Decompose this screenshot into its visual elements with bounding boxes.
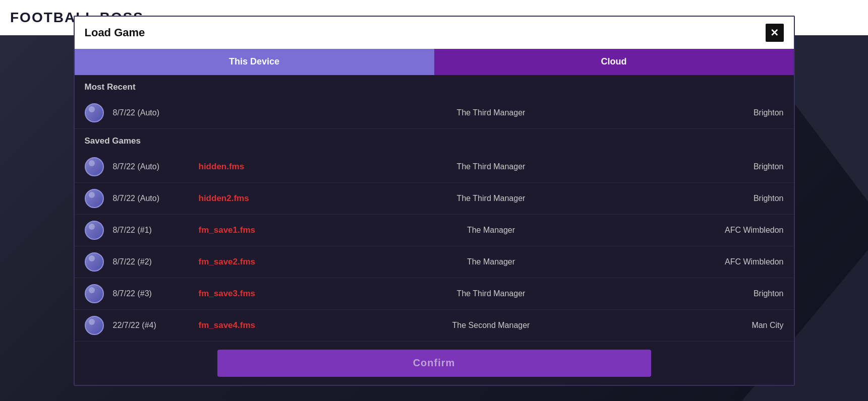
save-club: Brighton (683, 289, 784, 298)
save-date: 8/7/22 (#1) (113, 226, 194, 235)
most-recent-manager: The Third Manager (300, 108, 683, 117)
saved-game-row[interactable]: 8/7/22 (Auto) hidden2.fms The Third Mana… (75, 183, 794, 215)
saved-game-row[interactable]: 8/7/22 (Auto) hidden.fms The Third Manag… (75, 151, 794, 183)
save-filename: hidden2.fms (199, 193, 300, 204)
load-game-modal: Load Game ✕ This Device Cloud Most Recen… (74, 16, 795, 386)
most-recent-date: 8/7/22 (Auto) (113, 108, 194, 117)
save-date: 8/7/22 (Auto) (113, 162, 194, 171)
save-date: 8/7/22 (Auto) (113, 194, 194, 203)
save-date: 8/7/22 (#3) (113, 289, 194, 298)
saved-game-row[interactable]: 22/7/22 (#4) fm_save4.fms The Second Man… (75, 310, 794, 342)
saved-games-list: 8/7/22 (Auto) hidden.fms The Third Manag… (75, 151, 794, 342)
confirm-bar: Confirm (75, 342, 794, 385)
save-manager: The Manager (300, 226, 683, 235)
tab-cloud[interactable]: Cloud (434, 49, 794, 75)
tab-this-device[interactable]: This Device (75, 49, 434, 75)
save-icon (85, 316, 104, 335)
save-icon (85, 103, 104, 122)
save-filename: fm_save3.fms (199, 289, 300, 299)
saved-games-header: Saved Games (75, 129, 794, 151)
save-club: Man City (683, 321, 784, 330)
save-filename: hidden.fms (199, 162, 300, 172)
save-manager: The Second Manager (300, 321, 683, 330)
save-manager: The Manager (300, 257, 683, 266)
save-icon (85, 157, 104, 176)
confirm-button[interactable]: Confirm (217, 350, 651, 377)
save-icon (85, 252, 104, 272)
save-manager: The Third Manager (300, 289, 683, 298)
save-manager: The Third Manager (300, 194, 683, 203)
save-icon (85, 189, 104, 208)
save-club: Brighton (683, 194, 784, 203)
most-recent-club: Brighton (683, 108, 784, 117)
modal-title: Load Game (85, 26, 145, 39)
save-manager: The Third Manager (300, 162, 683, 171)
saved-game-row[interactable]: 8/7/22 (#1) fm_save1.fms The Manager AFC… (75, 215, 794, 246)
modal-titlebar: Load Game ✕ (75, 17, 794, 49)
save-filename: fm_save4.fms (199, 320, 300, 330)
save-icon (85, 284, 104, 303)
save-club: AFC Wimbledon (683, 226, 784, 235)
tab-bar: This Device Cloud (75, 49, 794, 75)
save-icon (85, 221, 104, 240)
save-filename: fm_save2.fms (199, 257, 300, 267)
most-recent-header: Most Recent (75, 75, 794, 97)
save-date: 8/7/22 (#2) (113, 257, 194, 266)
save-club: AFC Wimbledon (683, 257, 784, 266)
save-filename: fm_save1.fms (199, 225, 300, 235)
save-club: Brighton (683, 162, 784, 171)
save-date: 22/7/22 (#4) (113, 321, 194, 330)
most-recent-row[interactable]: 8/7/22 (Auto) The Third Manager Brighton (75, 97, 794, 129)
saved-game-row[interactable]: 8/7/22 (#3) fm_save3.fms The Third Manag… (75, 278, 794, 310)
modal-backdrop: Load Game ✕ This Device Cloud Most Recen… (0, 0, 868, 401)
close-button[interactable]: ✕ (766, 24, 784, 42)
saved-game-row[interactable]: 8/7/22 (#2) fm_save2.fms The Manager AFC… (75, 246, 794, 278)
